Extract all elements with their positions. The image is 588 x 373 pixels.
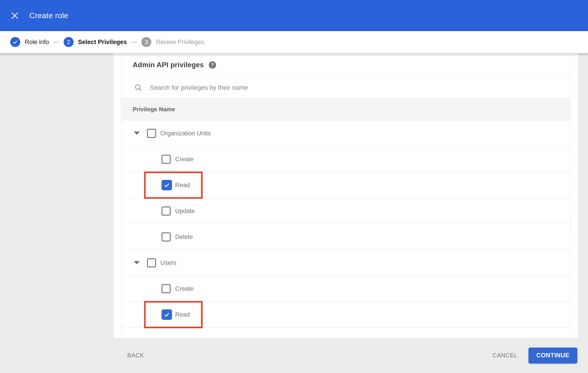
privilege-checkbox[interactable] [162,232,171,241]
close-icon [11,12,19,20]
privilege-label: Read [175,311,190,318]
privilege-label: Create [175,285,194,292]
footer-bar: BACK CANCEL CONTINUE [0,338,588,373]
privilege-label: Create [175,155,194,163]
privileges-card: Admin API privileges ? Privilege Name [114,53,578,338]
step-label: Review Privileges [156,39,204,46]
privilege-checkbox[interactable] [162,207,171,216]
continue-button[interactable]: CONTINUE [528,348,577,363]
panel-title: Admin API privileges [133,61,204,69]
search-input[interactable] [149,84,468,92]
step-complete-check-icon [10,37,20,47]
privilege-checkbox[interactable] [162,309,172,320]
privilege-row[interactable]: Update [121,198,570,224]
cancel-button[interactable]: CANCEL [491,350,519,361]
privilege-label: Organization Units [160,130,211,137]
privilege-checkbox[interactable] [147,258,156,267]
back-button[interactable]: BACK [126,350,145,361]
privilege-row[interactable]: Read [121,172,570,198]
collapse-arrow-icon[interactable] [134,261,140,264]
privilege-rows: Organization Units Create Read Update [121,120,570,328]
privilege-checkbox[interactable] [162,284,171,293]
privilege-row[interactable]: Read [121,302,570,328]
highlight-annotation-box [144,301,203,328]
privilege-row[interactable]: Delete [121,224,570,250]
step-number-badge: 3 [141,37,151,47]
step-connector [131,42,137,42]
panel-header: Admin API privileges ? [121,53,570,77]
step-number-badge: 2 [64,37,74,47]
privilege-row[interactable]: Organization Units [121,120,570,146]
privilege-label: Update [175,207,195,214]
step-select-privileges[interactable]: 2 Select Privileges [64,37,127,47]
content-area: Admin API privileges ? Privilege Name [0,53,588,338]
help-icon[interactable]: ? [209,61,216,69]
highlight-annotation-box [144,172,203,199]
column-header-privilege-name: Privilege Name [133,106,175,113]
checkmark-icon [163,311,170,318]
collapse-arrow-icon[interactable] [134,132,140,135]
step-role-info[interactable]: Role info [10,37,49,47]
privilege-checkbox[interactable] [147,129,156,138]
privilege-label: Delete [175,233,193,240]
create-role-dialog: Create role Role info 2 Select Privilege… [0,0,588,373]
privilege-row[interactable]: Create [121,276,570,302]
search-icon [134,83,142,92]
privilege-checkbox[interactable] [162,155,171,164]
step-label: Role info [25,39,49,46]
step-connector [53,42,60,42]
privilege-label: Read [175,182,190,188]
privilege-label: Users [160,259,177,266]
app-bar: Create role [0,0,588,31]
stepper: Role info 2 Select Privileges 3 Review P… [0,31,588,53]
step-label: Select Privileges [78,39,127,46]
privilege-search-bar [121,77,570,98]
dialog-title: Create role [29,11,68,20]
step-review-privileges[interactable]: 3 Review Privileges [141,37,204,47]
table-header-row: Privilege Name [121,98,570,120]
privilege-checkbox[interactable] [162,180,172,190]
privileges-panel: Admin API privileges ? Privilege Name [121,53,570,338]
close-button[interactable] [10,11,19,20]
privilege-row[interactable]: Users [121,250,570,276]
privilege-row[interactable]: Create [121,146,570,172]
checkmark-icon [163,182,170,188]
